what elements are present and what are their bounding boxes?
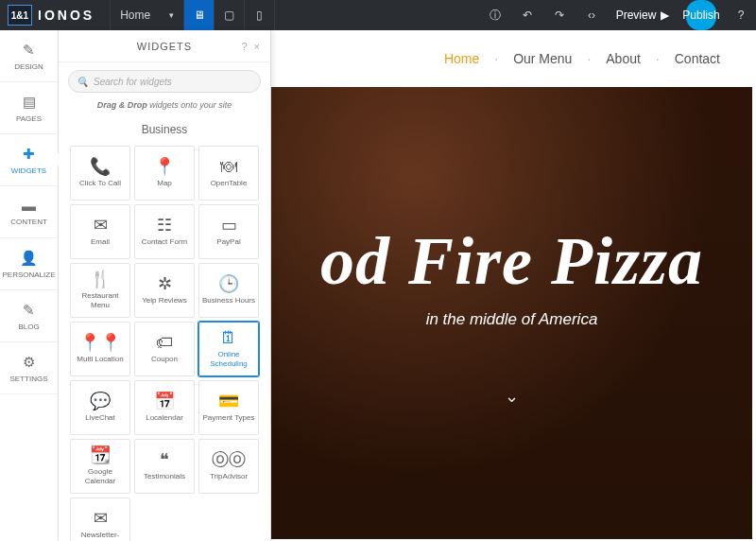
widget-google-calendar[interactable]: 📆Google Calendar [70,439,130,494]
publish-button[interactable]: Publish [686,0,716,30]
tablet-view-button[interactable]: ▢ [215,0,245,30]
code-button[interactable]: ‹› [576,0,607,30]
rail-widgets[interactable]: ✚WIDGETS [0,134,58,186]
help-icon: ? [738,9,745,22]
widget-label: Map [157,179,172,188]
scroll-down-icon[interactable]: ⌄ [505,386,519,407]
widgets-icon: ✚ [23,146,35,163]
undo-button[interactable]: ↶ [512,0,542,30]
panel-help-icon[interactable]: ? [241,41,248,52]
widget-coupon[interactable]: 🏷Coupon [134,322,195,376]
widget-opentable[interactable]: 🍽OpenTable [198,146,259,201]
widget-icon: 📍📍 [79,334,121,351]
panel-close-icon[interactable]: × [254,41,261,52]
widget-livechat[interactable]: 💬LiveChat [70,380,130,435]
code-icon: ‹› [588,9,595,22]
widget-icon: ✉ [94,217,108,234]
panel-header: WIDGETS ? × [59,30,270,62]
widgets-scroll[interactable]: 📞Click To Call📍Map🍽OpenTable✉Email☷Conta… [59,146,270,541]
rail-label: DESIGN [14,62,43,71]
nav-link-home[interactable]: Home [440,51,483,66]
widget-multi-location[interactable]: 📍📍Multi Location [70,322,130,376]
widget-icon: 💳 [218,393,239,410]
mobile-view-button[interactable]: ▯ [245,0,275,30]
rail-blog[interactable]: ✎BLOG [0,290,58,342]
info-button[interactable]: ⓘ [480,0,510,30]
search-icon: 🔍 [77,77,88,87]
panel-title: WIDGETS [137,41,192,52]
widget-label: Multi Location [77,355,123,364]
widget-online-scheduling[interactable]: 🗓Online Scheduling [198,322,259,376]
drag-hint-rest: widgets onto your site [147,100,232,110]
widget-yelp-reviews[interactable]: ✲Yelp Reviews [134,263,195,318]
section-title: Business [59,117,270,146]
rail-label: PERSONALIZE [2,270,55,279]
page-selector-label: Home [120,9,150,22]
hero-subtitle[interactable]: in the middle of America [426,310,598,329]
hero-title[interactable]: od Fire Pizza [320,222,703,301]
drag-hint: Drag & Drop widgets onto your site [59,96,270,117]
widget-restaurant-menu[interactable]: 🍴Restaurant Menu [70,263,130,318]
widget-icon: 🗓 [220,329,237,346]
widget-paypal[interactable]: ▭PayPal [198,204,259,259]
tablet-icon: ▢ [224,9,234,22]
widget-map[interactable]: 📍Map [134,146,195,201]
widget-icon: ☷ [157,217,172,234]
redo-button[interactable]: ↷ [544,0,575,30]
widget-search-input[interactable]: 🔍 Search for widgets [68,70,261,93]
nav-link-about[interactable]: About [602,51,644,66]
widget-tripadvisor[interactable]: ⓞⓞTripAdvisor [198,439,259,494]
nav-link-contact[interactable]: Contact [671,51,724,66]
topbar-right: ⓘ ↶ ↷ ‹› Preview ▶ Publish ? [480,0,756,30]
rail-label: CONTENT [10,218,47,226]
widget-label: Business Hours [202,296,255,305]
widget-label: Restaurant Menu [73,291,128,309]
widget-icon: 🍴 [90,270,111,288]
desktop-view-button[interactable]: 🖥 [184,0,215,30]
widget-label: Newsletter- [81,531,119,540]
widget-business-hours[interactable]: 🕒Business Hours [198,263,259,318]
widget-email[interactable]: ✉Email [70,204,130,259]
page-selector[interactable]: Home ▾ [110,0,184,30]
rail-personalize[interactable]: 👤PERSONALIZE [0,238,58,290]
widget-localendar[interactable]: 📅Localendar [134,380,195,435]
widget-icon: ⓞⓞ [212,451,246,468]
nav-link-our-menu[interactable]: Our Menu [509,51,576,66]
widget-contact-form[interactable]: ☷Contact Form [134,204,195,259]
help-button[interactable]: ? [726,0,756,30]
preview-label: Preview [616,9,657,22]
site-nav: Home·Our Menu·About·Contact [271,30,752,87]
rail-content[interactable]: ▬CONTENT [0,186,58,238]
rail-settings[interactable]: ⚙SETTINGS [0,342,58,394]
widget-icon: 📍 [154,158,175,175]
widget-label: PayPal [216,237,240,247]
widget-icon: ✲ [158,275,172,292]
brand-text: IONOS [38,8,94,23]
site-canvas[interactable]: Home·Our Menu·About·Contact od Fire Pizz… [271,30,752,539]
widget-icon: ❝ [160,451,169,468]
hero-section[interactable]: od Fire Pizza in the middle of America ⌄ [271,87,752,539]
rail-label: BLOG [18,323,39,331]
widget-icon: 🍽 [220,158,237,175]
info-icon: ⓘ [490,8,501,24]
rail-label: PAGES [16,114,42,123]
widget-icon: 📆 [90,446,111,463]
content-icon: ▬ [22,198,36,214]
rail-pages[interactable]: ▤PAGES [0,82,58,134]
widget-icon: ✉ [94,510,108,527]
widget-icon: 🕒 [218,275,239,292]
preview-button[interactable]: Preview ▶ [609,0,677,30]
widget-label: Payment Types [203,413,255,423]
widget-testimonials[interactable]: ❝Testimonials [134,439,195,494]
brand-logo-box: 1&1 [8,5,32,26]
undo-icon: ↶ [523,9,532,22]
search-placeholder: Search for widgets [94,77,172,87]
widget-payment-types[interactable]: 💳Payment Types [198,380,259,435]
desktop-icon: 🖥 [194,9,205,22]
left-rail: ✎DESIGN▤PAGES✚WIDGETS▬CONTENT👤PERSONALIZ… [0,30,59,541]
widget-label: Testimonials [144,472,185,481]
widget-click-to-call[interactable]: 📞Click To Call [70,146,130,201]
rail-design[interactable]: ✎DESIGN [0,30,58,82]
widget-newsletter-[interactable]: ✉Newsletter- [70,497,130,541]
widget-icon: ▭ [221,217,237,234]
